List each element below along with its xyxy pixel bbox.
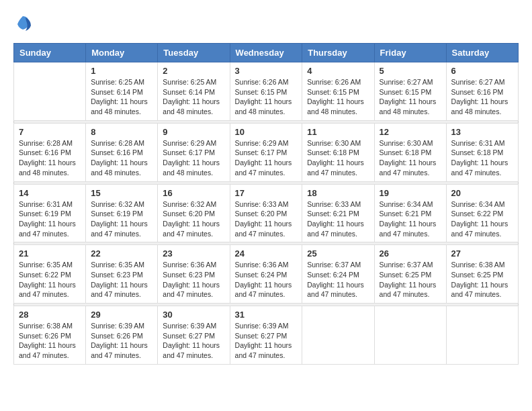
- day-info: Sunrise: 6:29 AM Sunset: 6:17 PM Dayligh…: [163, 138, 224, 178]
- calendar-cell: 11Sunrise: 6:30 AM Sunset: 6:18 PM Dayli…: [302, 123, 374, 181]
- day-number: 24: [235, 248, 298, 259]
- calendar-cell: 6Sunrise: 6:27 AM Sunset: 6:16 PM Daylig…: [446, 62, 518, 121]
- calendar-header-row: SundayMondayTuesdayWednesdayThursdayFrid…: [14, 44, 519, 62]
- calendar-cell: 5Sunrise: 6:27 AM Sunset: 6:15 PM Daylig…: [374, 62, 446, 121]
- day-number: 6: [451, 66, 513, 76]
- day-number: 2: [163, 66, 224, 76]
- logo: [13, 13, 35, 32]
- day-number: 5: [380, 66, 441, 76]
- page-header: [13, 13, 519, 32]
- calendar-cell: 10Sunrise: 6:29 AM Sunset: 6:17 PM Dayli…: [230, 123, 302, 181]
- calendar-cell: 27Sunrise: 6:38 AM Sunset: 6:25 PM Dayli…: [446, 245, 518, 304]
- calendar-cell: 15Sunrise: 6:32 AM Sunset: 6:19 PM Dayli…: [86, 184, 158, 242]
- day-number: 4: [307, 66, 369, 76]
- day-info: Sunrise: 6:28 AM Sunset: 6:16 PM Dayligh…: [91, 138, 152, 178]
- header-thursday: Thursday: [302, 44, 374, 62]
- calendar-cell: 22Sunrise: 6:35 AM Sunset: 6:23 PM Dayli…: [86, 245, 158, 304]
- day-number: 28: [19, 310, 81, 320]
- calendar-cell: 14Sunrise: 6:31 AM Sunset: 6:19 PM Dayli…: [14, 184, 86, 242]
- calendar-cell: 20Sunrise: 6:34 AM Sunset: 6:22 PM Dayli…: [446, 184, 518, 242]
- day-info: Sunrise: 6:37 AM Sunset: 6:25 PM Dayligh…: [380, 260, 441, 300]
- day-number: 29: [91, 310, 152, 320]
- day-info: Sunrise: 6:35 AM Sunset: 6:22 PM Dayligh…: [19, 260, 81, 300]
- calendar-cell: 16Sunrise: 6:32 AM Sunset: 6:20 PM Dayli…: [158, 184, 230, 242]
- day-info: Sunrise: 6:36 AM Sunset: 6:23 PM Dayligh…: [163, 260, 224, 300]
- calendar-cell: [14, 62, 86, 121]
- day-number: 14: [19, 188, 81, 198]
- day-info: Sunrise: 6:28 AM Sunset: 6:16 PM Dayligh…: [19, 138, 81, 178]
- day-number: 18: [307, 188, 369, 198]
- day-info: Sunrise: 6:39 AM Sunset: 6:26 PM Dayligh…: [91, 321, 152, 361]
- day-number: 16: [163, 188, 224, 198]
- day-info: Sunrise: 6:31 AM Sunset: 6:18 PM Dayligh…: [451, 138, 513, 178]
- calendar-cell: 30Sunrise: 6:39 AM Sunset: 6:27 PM Dayli…: [158, 306, 230, 365]
- day-info: Sunrise: 6:32 AM Sunset: 6:20 PM Dayligh…: [163, 199, 224, 239]
- day-info: Sunrise: 6:25 AM Sunset: 6:14 PM Dayligh…: [91, 77, 152, 117]
- day-number: 25: [307, 248, 369, 259]
- day-info: Sunrise: 6:29 AM Sunset: 6:17 PM Dayligh…: [235, 138, 298, 178]
- calendar-cell: 9Sunrise: 6:29 AM Sunset: 6:17 PM Daylig…: [158, 123, 230, 181]
- calendar-cell: 29Sunrise: 6:39 AM Sunset: 6:26 PM Dayli…: [86, 306, 158, 365]
- day-info: Sunrise: 6:31 AM Sunset: 6:19 PM Dayligh…: [19, 199, 81, 239]
- header-saturday: Saturday: [446, 44, 518, 62]
- day-number: 13: [451, 127, 513, 137]
- calendar-week-3: 14Sunrise: 6:31 AM Sunset: 6:19 PM Dayli…: [14, 184, 519, 242]
- day-info: Sunrise: 6:30 AM Sunset: 6:18 PM Dayligh…: [307, 138, 369, 178]
- day-number: 11: [307, 127, 369, 137]
- day-number: 21: [19, 248, 81, 259]
- day-info: Sunrise: 6:35 AM Sunset: 6:23 PM Dayligh…: [91, 260, 152, 300]
- calendar-cell: 28Sunrise: 6:38 AM Sunset: 6:26 PM Dayli…: [14, 306, 86, 365]
- day-info: Sunrise: 6:38 AM Sunset: 6:25 PM Dayligh…: [451, 260, 513, 300]
- day-info: Sunrise: 6:26 AM Sunset: 6:15 PM Dayligh…: [235, 77, 298, 117]
- day-number: 1: [91, 66, 152, 76]
- header-monday: Monday: [86, 44, 158, 62]
- calendar-cell: 1Sunrise: 6:25 AM Sunset: 6:14 PM Daylig…: [86, 62, 158, 121]
- calendar-cell: 18Sunrise: 6:33 AM Sunset: 6:21 PM Dayli…: [302, 184, 374, 242]
- day-number: 22: [91, 248, 152, 259]
- day-number: 30: [163, 310, 224, 320]
- day-info: Sunrise: 6:39 AM Sunset: 6:27 PM Dayligh…: [163, 321, 224, 361]
- calendar-cell: 3Sunrise: 6:26 AM Sunset: 6:15 PM Daylig…: [230, 62, 302, 121]
- day-info: Sunrise: 6:27 AM Sunset: 6:16 PM Dayligh…: [451, 77, 513, 117]
- calendar-cell: 25Sunrise: 6:37 AM Sunset: 6:24 PM Dayli…: [302, 245, 374, 304]
- calendar-cell: 13Sunrise: 6:31 AM Sunset: 6:18 PM Dayli…: [446, 123, 518, 181]
- calendar-table: SundayMondayTuesdayWednesdayThursdayFrid…: [13, 43, 519, 365]
- calendar-cell: 24Sunrise: 6:36 AM Sunset: 6:24 PM Dayli…: [230, 245, 302, 304]
- day-info: Sunrise: 6:33 AM Sunset: 6:20 PM Dayligh…: [235, 199, 298, 239]
- day-number: 12: [380, 127, 441, 137]
- day-info: Sunrise: 6:27 AM Sunset: 6:15 PM Dayligh…: [380, 77, 441, 117]
- calendar-cell: [374, 306, 446, 365]
- day-number: 7: [19, 127, 81, 137]
- day-number: 23: [163, 248, 224, 259]
- day-info: Sunrise: 6:34 AM Sunset: 6:21 PM Dayligh…: [380, 199, 441, 239]
- day-info: Sunrise: 6:25 AM Sunset: 6:14 PM Dayligh…: [163, 77, 224, 117]
- header-sunday: Sunday: [14, 44, 86, 62]
- calendar-week-4: 21Sunrise: 6:35 AM Sunset: 6:22 PM Dayli…: [14, 245, 519, 304]
- calendar-cell: 31Sunrise: 6:39 AM Sunset: 6:27 PM Dayli…: [230, 306, 302, 365]
- calendar-cell: [446, 306, 518, 365]
- day-number: 15: [91, 188, 152, 198]
- calendar-week-1: 1Sunrise: 6:25 AM Sunset: 6:14 PM Daylig…: [14, 62, 519, 121]
- calendar-cell: 23Sunrise: 6:36 AM Sunset: 6:23 PM Dayli…: [158, 245, 230, 304]
- day-info: Sunrise: 6:26 AM Sunset: 6:15 PM Dayligh…: [307, 77, 369, 117]
- header-wednesday: Wednesday: [230, 44, 302, 62]
- calendar-cell: 12Sunrise: 6:30 AM Sunset: 6:18 PM Dayli…: [374, 123, 446, 181]
- calendar-week-5: 28Sunrise: 6:38 AM Sunset: 6:26 PM Dayli…: [14, 306, 519, 365]
- calendar-cell: 21Sunrise: 6:35 AM Sunset: 6:22 PM Dayli…: [14, 245, 86, 304]
- day-number: 31: [235, 310, 298, 320]
- calendar-cell: 7Sunrise: 6:28 AM Sunset: 6:16 PM Daylig…: [14, 123, 86, 181]
- calendar-cell: 8Sunrise: 6:28 AM Sunset: 6:16 PM Daylig…: [86, 123, 158, 181]
- day-number: 8: [91, 127, 152, 137]
- calendar-cell: [302, 306, 374, 365]
- calendar-week-2: 7Sunrise: 6:28 AM Sunset: 6:16 PM Daylig…: [14, 123, 519, 181]
- day-number: 10: [235, 127, 298, 137]
- day-info: Sunrise: 6:33 AM Sunset: 6:21 PM Dayligh…: [307, 199, 369, 239]
- calendar-cell: 17Sunrise: 6:33 AM Sunset: 6:20 PM Dayli…: [230, 184, 302, 242]
- day-info: Sunrise: 6:37 AM Sunset: 6:24 PM Dayligh…: [307, 260, 369, 300]
- day-number: 9: [163, 127, 224, 137]
- calendar-cell: 4Sunrise: 6:26 AM Sunset: 6:15 PM Daylig…: [302, 62, 374, 121]
- calendar-cell: 2Sunrise: 6:25 AM Sunset: 6:14 PM Daylig…: [158, 62, 230, 121]
- day-info: Sunrise: 6:30 AM Sunset: 6:18 PM Dayligh…: [380, 138, 441, 178]
- header-friday: Friday: [374, 44, 446, 62]
- day-number: 19: [380, 188, 441, 198]
